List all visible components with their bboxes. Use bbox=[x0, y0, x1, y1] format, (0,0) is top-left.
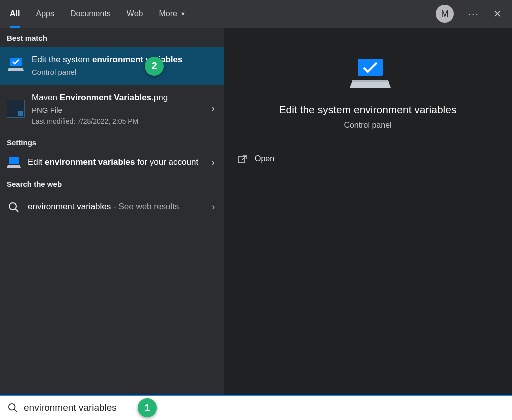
tab-label: All bbox=[10, 10, 20, 18]
chevron-right-icon[interactable]: › bbox=[210, 104, 217, 114]
tab-apps[interactable]: Apps bbox=[36, 0, 54, 28]
tab-more[interactable]: More ▼ bbox=[159, 0, 186, 28]
search-results-panel: Best match Edit the system environment v… bbox=[0, 28, 224, 395]
search-input[interactable] bbox=[24, 402, 134, 414]
system-settings-icon bbox=[7, 56, 25, 74]
result-title: environment variables - See web results bbox=[28, 202, 203, 213]
section-header-settings: Settings bbox=[0, 132, 224, 152]
callout-badge-1: 1 bbox=[138, 398, 157, 418]
preview-app-icon bbox=[348, 57, 388, 92]
open-external-icon bbox=[238, 155, 247, 163]
close-icon: ✕ bbox=[494, 8, 502, 20]
more-options-button[interactable]: ··· bbox=[468, 8, 480, 20]
svg-point-4 bbox=[10, 203, 16, 210]
result-title: Edit the system environment variables bbox=[32, 54, 217, 66]
tab-all[interactable]: All bbox=[10, 0, 20, 28]
section-header-web: Search the web bbox=[0, 174, 224, 194]
svg-rect-0 bbox=[10, 58, 22, 66]
action-open[interactable]: Open bbox=[238, 150, 498, 168]
tab-documents[interactable]: Documents bbox=[70, 0, 111, 28]
chevron-down-icon: ▼ bbox=[180, 11, 186, 17]
tab-label: Documents bbox=[70, 10, 111, 18]
result-best-match[interactable]: Edit the system environment variables Co… bbox=[0, 48, 224, 86]
avatar-initial: M bbox=[442, 9, 449, 20]
svg-rect-9 bbox=[238, 157, 245, 163]
result-title: Edit environment variables for your acco… bbox=[28, 157, 203, 168]
result-meta: Last modified: 7/28/2022, 2:05 PM bbox=[32, 118, 203, 126]
svg-rect-2 bbox=[9, 158, 19, 164]
chevron-right-icon[interactable]: › bbox=[210, 158, 217, 168]
close-button[interactable]: ✕ bbox=[494, 8, 502, 20]
png-file-icon bbox=[7, 100, 25, 118]
search-icon bbox=[7, 198, 21, 216]
result-subtitle: PNG File bbox=[32, 106, 203, 114]
search-preview-panel: Edit the system environment variables Co… bbox=[224, 28, 512, 395]
tab-label: Apps bbox=[36, 10, 54, 18]
user-avatar[interactable]: M bbox=[436, 5, 454, 23]
ellipsis-icon: ··· bbox=[468, 8, 480, 20]
preview-subtitle: Control panel bbox=[344, 121, 392, 130]
result-file-png[interactable]: Maven Environment Variables.png PNG File… bbox=[0, 86, 224, 132]
search-bar[interactable]: 1 bbox=[0, 395, 512, 420]
tab-label: More bbox=[159, 10, 177, 18]
svg-line-5 bbox=[16, 209, 18, 212]
search-filter-tabs: All Apps Documents Web More ▼ bbox=[10, 0, 186, 28]
svg-marker-1 bbox=[8, 68, 24, 71]
svg-rect-6 bbox=[358, 59, 383, 76]
search-icon bbox=[8, 403, 18, 413]
result-title: Maven Environment Variables.png bbox=[32, 92, 203, 104]
tab-web[interactable]: Web bbox=[127, 0, 144, 28]
user-env-icon bbox=[7, 157, 21, 169]
search-topbar: All Apps Documents Web More ▼ M ··· ✕ bbox=[0, 0, 512, 28]
search-main: Best match Edit the system environment v… bbox=[0, 28, 512, 395]
result-edit-user-env[interactable]: Edit environment variables for your acco… bbox=[0, 152, 224, 174]
section-header-best-match: Best match bbox=[0, 28, 224, 48]
svg-point-11 bbox=[9, 404, 16, 410]
tab-label: Web bbox=[127, 10, 144, 18]
svg-marker-3 bbox=[7, 166, 21, 168]
action-label: Open bbox=[255, 154, 274, 164]
result-web-search[interactable]: environment variables - See web results … bbox=[0, 194, 224, 222]
svg-marker-8 bbox=[352, 80, 389, 82]
chevron-right-icon[interactable]: › bbox=[210, 202, 217, 212]
callout-badge-2: 2 bbox=[145, 57, 164, 76]
preview-title: Edit the system environment variables bbox=[280, 104, 457, 116]
svg-line-12 bbox=[14, 410, 17, 412]
result-subtitle: Control panel bbox=[32, 68, 217, 76]
